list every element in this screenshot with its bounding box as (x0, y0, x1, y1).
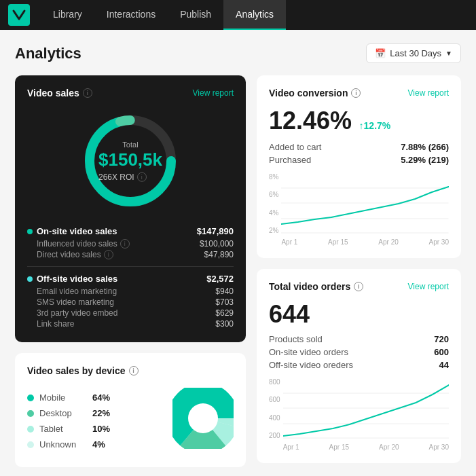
embed-row: 3rd party video embed $629 (27, 308, 234, 318)
donut-chart: Total $150,5k 266X ROI i (76, 107, 185, 215)
orders-chart-wrap: 800 600 400 200 (269, 378, 449, 451)
desktop-dot (27, 410, 34, 417)
device-title: Video sales by device i (27, 365, 139, 376)
purchased-row: Purchased 5.29% (219) (269, 155, 449, 165)
sms-row: SMS video marketing $703 (27, 297, 234, 307)
date-filter-button[interactable]: 📅 Last 30 Days ▼ (366, 43, 461, 63)
orders-count: 644 (269, 300, 449, 329)
video-sales-view-report[interactable]: View report (193, 88, 234, 98)
donut-amount: $150,5k (98, 150, 162, 170)
nav-item-library[interactable]: Library (41, 0, 94, 30)
device-info-icon: i (129, 366, 139, 376)
email-value: $940 (215, 287, 234, 296)
onsite-category-row: On-site video sales $147,890 (27, 226, 234, 236)
pie-svg (172, 388, 234, 449)
orders-chart: Apr 1 Apr 15 Apr 20 Apr 30 (283, 378, 449, 451)
onsite-orders-label: On-site video orders (269, 347, 348, 357)
influenced-value: $100,000 (200, 239, 234, 249)
nav-item-publish[interactable]: Publish (168, 0, 223, 30)
donut-chart-container: Total $150,5k 266X ROI i (27, 107, 234, 215)
influenced-sales-row: Influenced video sales i $100,000 (27, 239, 234, 249)
purchased-label: Purchased (269, 155, 311, 165)
orders-view-report[interactable]: View report (408, 282, 449, 291)
chevron-down-icon: ▼ (445, 50, 452, 57)
cart-value: 7.88% (266) (401, 142, 449, 152)
onsite-orders-row: On-site video orders 600 (269, 347, 449, 357)
direct-sales-row: Direct video sales i $47,890 (27, 250, 234, 259)
offsite-sales-section: Off-site video sales $2,572 Email video … (27, 274, 234, 329)
device-row-mobile: Mobile 64% (27, 392, 110, 403)
date-filter-label: Last 30 Days (390, 48, 441, 58)
page-title: Analytics (15, 45, 81, 62)
page-header: Analytics 📅 Last 30 Days ▼ (15, 43, 461, 63)
svg-rect-0 (8, 4, 30, 26)
direct-label: Direct video sales i (37, 250, 113, 259)
link-label: Link share (37, 319, 74, 329)
total-orders-title: Total video orders i (269, 281, 363, 292)
orders-info-icon: i (354, 282, 363, 291)
direct-info-icon: i (104, 250, 113, 259)
calendar-icon: 📅 (375, 48, 386, 58)
conversion-chart-with-y: 8% 6% 4% 2% (269, 173, 449, 246)
embed-value: $629 (215, 308, 234, 318)
sms-label: SMS video marketing (37, 297, 114, 307)
mobile-dot (27, 395, 34, 401)
unknown-label: Unknown (39, 439, 87, 450)
donut-center-info: Total $150,5k 266X ROI i (98, 141, 162, 182)
device-pie-chart (172, 388, 234, 452)
direct-value: $47,890 (204, 250, 234, 259)
video-sales-header: Video sales i View report (27, 88, 234, 98)
video-sales-card: Video sales i View report (15, 75, 246, 342)
nav-item-interactions[interactable]: Interactions (94, 0, 168, 30)
orders-x-labels: Apr 1 Apr 15 Apr 20 Apr 30 (283, 443, 449, 451)
right-column: Video conversion i View report 12.46% ↑1… (257, 75, 461, 467)
desktop-label: Desktop (39, 408, 87, 418)
products-sold-value: 720 (434, 334, 449, 344)
mobile-label: Mobile (39, 392, 87, 403)
roi-info-icon: i (137, 172, 147, 181)
tablet-dot (27, 426, 34, 433)
video-sales-title: Video sales i (27, 88, 92, 98)
offsite-dot (27, 276, 33, 282)
total-orders-card: Total video orders i View report 644 Pro… (257, 269, 461, 463)
conversion-view-report[interactable]: View report (408, 88, 449, 98)
tablet-label: Tablet (39, 424, 87, 434)
offsite-orders-value: 44 (439, 360, 449, 370)
conversion-chart-wrap: 8% 6% 4% 2% (269, 173, 449, 246)
desktop-pct: 22% (92, 408, 110, 418)
logo (8, 4, 30, 26)
divider (27, 266, 234, 267)
conversion-y-labels: 8% 6% 4% 2% (269, 173, 281, 234)
email-label: Email video marketing (37, 287, 117, 296)
donut-total-label: Total (98, 141, 162, 149)
conversion-chart-svg (281, 173, 449, 234)
offsite-orders-row: Off-site video oreders 44 (269, 360, 449, 370)
content-area: Video sales i View report (15, 75, 461, 467)
main-content: Analytics 📅 Last 30 Days ▼ Video sales i… (0, 30, 476, 476)
orders-y-labels: 800 600 400 200 (269, 378, 283, 439)
link-value: $300 (215, 319, 234, 329)
conversion-percent: 12.46% (269, 107, 352, 134)
device-row-tablet: Tablet 10% (27, 424, 110, 434)
device-content: Mobile 64% Desktop 22% Tablet 10% (27, 384, 234, 455)
offsite-orders-label: Off-site video oreders (269, 360, 353, 370)
svg-point-9 (188, 403, 218, 433)
influenced-label: Influenced video sales i (37, 239, 130, 249)
nav-item-analytics[interactable]: Analytics (223, 0, 286, 30)
nav-items: Library Interactions Publish Analytics (41, 0, 286, 30)
video-conversion-card: Video conversion i View report 12.46% ↑1… (257, 75, 461, 258)
email-row: Email video marketing $940 (27, 287, 234, 296)
offsite-label: Off-site video sales (27, 274, 117, 284)
conversion-chart: Apr 1 Apr 15 Apr 20 Apr 30 (281, 173, 449, 246)
products-sold-row: Products sold 720 (269, 334, 449, 344)
conversion-trend: ↑12.7% (359, 120, 391, 131)
navigation: Library Interactions Publish Analytics (0, 0, 476, 30)
orders-chart-svg (283, 378, 449, 439)
products-sold-label: Products sold (269, 334, 323, 344)
orders-chart-with-y: 800 600 400 200 (269, 378, 449, 451)
onsite-label: On-site video sales (27, 226, 117, 236)
onsite-sales-section: On-site video sales $147,890 Influenced … (27, 226, 234, 259)
influenced-info-icon: i (120, 239, 130, 249)
device-rows: Mobile 64% Desktop 22% Tablet 10% (27, 392, 110, 455)
purchased-value: 5.29% (219) (401, 155, 449, 165)
